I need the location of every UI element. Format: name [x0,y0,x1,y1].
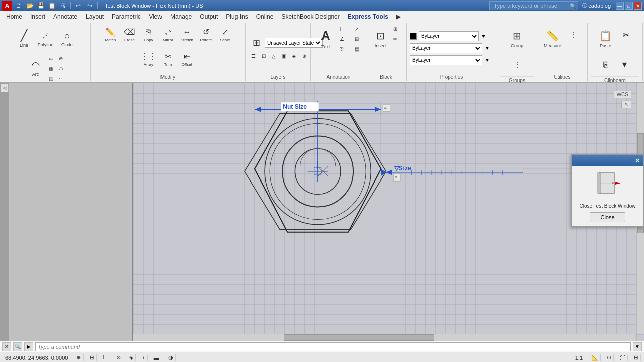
line-button[interactable]: ╱ Line [13,24,34,53]
canvas-area[interactable]: + Nut Size ≡ [133,83,644,341]
match-properties-button[interactable]: ✏️ Match [101,24,119,45]
otrack-icon[interactable]: + [140,355,147,361]
gradient-button[interactable]: ▨ [46,74,56,83]
arc-button[interactable]: ◠ Arc [25,54,46,83]
linetype-dropdown[interactable]: ByLayer [410,43,482,53]
cmd-search-btn[interactable]: 🔍 [13,342,22,351]
menu-output[interactable]: Output [196,12,222,21]
stretch-button[interactable]: ↔ Stretch [178,24,196,45]
layer-btn-3[interactable]: △ [269,51,278,61]
nav-grid[interactable]: ⊞ [632,354,641,361]
close-block-button[interactable]: Close [590,212,625,222]
menu-home[interactable]: Home [2,12,26,21]
copy-clip-button[interactable]: ⎘ [597,54,615,75]
close-block-x-icon[interactable]: ✕ [635,157,640,164]
color-dropdown-arrow[interactable]: ▼ [481,33,486,39]
ortho-icon[interactable]: ⊢ [101,354,110,361]
keyword-search[interactable] [492,2,570,10]
menu-sketchbook[interactable]: SketchBook Designer [277,12,343,21]
menu-plugins[interactable]: Plug-ins [222,12,252,21]
multileader-button[interactable]: ↗ [352,24,362,34]
hatch-button[interactable]: ▦ [46,64,56,73]
layer-properties-button[interactable]: ⊞ [249,35,264,50]
redo-btn[interactable]: ↪ [85,1,94,10]
layer-btn-4[interactable]: ▣ [279,51,289,61]
circle-button[interactable]: ○ Circle [56,24,77,53]
group-button[interactable]: ⊞ Group [507,24,528,53]
annotation-scale-icon[interactable]: 📐 [589,354,601,361]
dim-style-button[interactable]: ▤ [352,44,362,54]
dim-linear-button[interactable]: ⊢⊣ [337,24,351,34]
menu-express[interactable]: Express Tools [344,12,392,21]
linetype-dropdown-arrow[interactable]: ▼ [485,45,490,51]
measure-button[interactable]: 📏 Measure [542,24,564,53]
text-button[interactable]: A Text [315,24,336,53]
fullscreen-icon[interactable]: ⛶ [618,355,628,361]
cmd-arrow-btn[interactable]: ▶ [24,342,33,351]
copy-button[interactable]: ⎘ Copy [139,24,157,45]
menu-parametric[interactable]: Parametric [108,12,145,21]
array-button[interactable]: ⋮⋮ Array [139,49,157,70]
transparency-icon[interactable]: ◑ [166,354,176,361]
menu-manage[interactable]: Manage [166,12,196,21]
polar-icon[interactable]: ⊙ [114,354,123,361]
layer-btn-6[interactable]: ⊕ [300,51,309,61]
open-btn[interactable]: 📂 [25,1,34,10]
lineweight-dropdown[interactable]: ByLayer [410,55,482,65]
utilities-more-button[interactable]: ⋮ [565,24,583,45]
point-button[interactable]: · [56,74,66,83]
minimize-button[interactable]: — [616,2,624,10]
layer-btn-1[interactable]: ☰ [249,51,258,61]
trim-button[interactable]: ✂ Trim [158,49,177,70]
command-input[interactable] [35,342,631,351]
plot-btn[interactable]: 🖨 [58,1,67,10]
cmd-close-btn[interactable]: ✕ [2,342,11,351]
menu-more[interactable]: ▶ [392,12,405,21]
group-more-button[interactable]: ⋮ [508,54,526,75]
layer-btn-2[interactable]: ⊡ [259,51,268,61]
undo-btn[interactable]: ↩ [74,1,83,10]
table-button[interactable]: ⊞ [352,34,362,44]
snap-icon[interactable]: ⊕ [74,354,84,361]
paste-button[interactable]: 📋 Paste [595,24,616,53]
tool-1[interactable]: ◁ [1,84,9,92]
cut-button[interactable]: ✂ [617,24,635,45]
polyline-button[interactable]: ⟋ Polyline [35,24,56,53]
menu-layout[interactable]: Layout [82,12,108,21]
dim-angular-button[interactable]: ∠ [337,34,351,44]
app-logo[interactable]: A [2,1,12,11]
ribbon-group-modify: ✏️ Match ⌫ Erase ⎘ Copy ⇌ Mirror ↔ Str [91,23,246,81]
rotate-button[interactable]: ↺ Rotate [197,24,215,45]
clipboard-more-button[interactable]: ▼ [616,54,634,75]
rectangle-button[interactable]: ▭ [46,54,56,63]
save-btn[interactable]: 💾 [36,1,45,10]
workspace-icon[interactable]: ⊙ [605,354,614,361]
offset-icon: ⇤ [184,52,190,61]
menu-view[interactable]: View [145,12,166,21]
cmd-dropdown-btn[interactable]: ▼ [633,342,642,351]
osnap-icon[interactable]: ◈ [127,354,136,361]
edit-block-button[interactable]: ✏ [391,34,401,44]
mirror-button[interactable]: ⇌ Mirror [158,24,177,45]
maximize-button[interactable]: □ [625,2,633,10]
save-as-btn[interactable]: 📋 [47,1,56,10]
lineweight-dropdown-arrow[interactable]: ▼ [485,57,490,63]
menu-online[interactable]: Online [252,12,278,21]
ellipse-button[interactable]: ⬭ [56,64,66,73]
move-button[interactable]: ⊕ [56,54,66,63]
app-close-button[interactable]: ✕ [634,2,642,10]
menu-insert[interactable]: Insert [26,12,49,21]
new-btn[interactable]: 🗋 [14,1,23,10]
color-dropdown[interactable]: ByLayer [419,31,479,41]
layer-btn-5[interactable]: ◈ [290,51,299,61]
horizontal-scrollbar[interactable] [133,334,635,341]
create-block-button[interactable]: ⊞ [391,24,401,34]
offset-button[interactable]: ⇤ Offset [178,49,196,70]
insert-button[interactable]: ⊡ Insert [371,24,390,53]
dim-radius-button[interactable]: ® [337,44,351,54]
erase-button[interactable]: ⌫ Erase [120,24,138,45]
scale-button[interactable]: ⤢ Scale [216,24,234,45]
grid-icon[interactable]: ⊞ [88,354,97,361]
lineweight-icon[interactable]: ▬ [152,355,162,361]
menu-annotate[interactable]: Annotate [49,12,82,21]
